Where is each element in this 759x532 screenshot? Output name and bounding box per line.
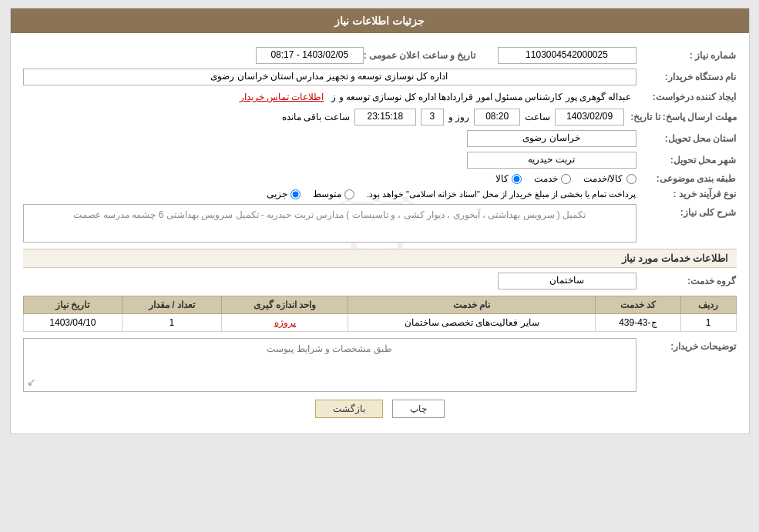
creator-value: عبداله گوهری پور کارشناس مسئول امور قرار… <box>23 90 636 104</box>
process-note: پرداخت تمام یا بخشی از مبلغ خریدار از مح… <box>367 189 636 199</box>
radio-kala-khadamat[interactable]: کالا/خدمت <box>583 173 636 184</box>
response-deadline-label: مهلت ارسال پاسخ: تا تاریخ: <box>624 112 736 122</box>
group-value: ساختمان <box>498 273 636 289</box>
group-label: گروه خدمت: <box>636 276 737 286</box>
col-code: کد خدمت <box>595 296 680 314</box>
back-button[interactable]: بازگشت <box>315 400 383 418</box>
need-number-label: شماره نیاز : <box>636 50 737 61</box>
response-date: 1403/02/09 <box>555 109 624 125</box>
radio-khadamat[interactable]: خدمت <box>534 173 571 184</box>
services-table: ردیف کد خدمت نام خدمت واحد اندازه گیری ت… <box>23 296 737 332</box>
radio-khadamat-input[interactable] <box>561 174 571 184</box>
buyer-desc-value: طبق مشخصات و شرایط پیوست <box>267 343 391 354</box>
remaining-time: 23:15:18 <box>354 109 416 125</box>
process-label: نوع فرآیند خرید : <box>636 189 737 199</box>
city-value: تربت حیدریه <box>467 152 636 169</box>
creator-text: عبداله گوهری پور کارشناس مسئول امور قرار… <box>331 92 631 102</box>
announce-date-label: تاریخ و ساعت اعلان عمومی : <box>364 50 482 61</box>
creator-link[interactable]: اطلاعات تماس خریدار <box>240 92 324 102</box>
kala-label: کالا <box>495 173 509 184</box>
province-value: خراسان رضوی <box>467 130 636 147</box>
page-title: جزئیات اطلاعات نیاز <box>334 15 425 27</box>
description-label: شرح کلی نیاز: <box>636 204 737 218</box>
category-label: طبقه بندی موضوعی: <box>636 173 737 184</box>
response-days: 3 <box>421 109 444 125</box>
khadamat-label: خدمت <box>534 173 558 184</box>
col-unit: واحد اندازه گیری <box>221 296 348 314</box>
need-number-value: 1103004542000025 <box>498 47 636 64</box>
buyer-desc-box: طبق مشخصات و شرایط پیوست <box>23 338 636 392</box>
cell-quantity: 1 <box>123 314 222 332</box>
services-table-container: ردیف کد خدمت نام خدمت واحد اندازه گیری ت… <box>23 296 737 332</box>
button-row: چاپ بازگشت <box>23 400 737 418</box>
buyer-desc-label: توضیحات خریدار: <box>636 338 737 352</box>
table-row: 1 ج-43-439 سایر فعالیت‌های تخصصی ساختمان… <box>23 314 736 332</box>
radio-motavasset[interactable]: متوسط <box>313 189 354 199</box>
description-value: تکمیل ( سرویس بهداشتی ، آبخوری ، دیوار ک… <box>23 204 636 243</box>
cell-row: 1 <box>680 314 736 332</box>
radio-kala-input[interactable] <box>512 174 522 184</box>
cell-unit: پروژه <box>221 314 348 332</box>
page-header: جزئیات اطلاعات نیاز <box>11 8 749 33</box>
radio-motavasset-input[interactable] <box>344 189 354 199</box>
col-date: تاریخ نیاز <box>23 296 123 314</box>
kala-khadamat-label: کالا/خدمت <box>583 173 623 184</box>
cell-name: سایر فعالیت‌های تخصصی ساختمان <box>348 314 596 332</box>
cell-code: ج-43-439 <box>595 314 680 332</box>
radio-jozii[interactable]: جزیی <box>267 189 301 199</box>
response-time: 08:20 <box>474 109 520 125</box>
radio-kala-khadamat-input[interactable] <box>626 174 636 184</box>
col-quantity: تعداد / مقدار <box>123 296 222 314</box>
remaining-label: ساعت باقی مانده <box>282 112 350 122</box>
motavasset-label: متوسط <box>313 189 341 199</box>
print-button[interactable]: چاپ <box>392 400 445 418</box>
jozii-label: جزیی <box>267 189 287 199</box>
buyer-org-value: اداره کل نوسازی توسعه و تجهیز مدارس استا… <box>23 69 636 85</box>
announce-date-value: 1403/02/05 - 08:17 <box>256 47 364 64</box>
radio-jozii-input[interactable] <box>291 189 301 199</box>
radio-kala[interactable]: کالا <box>495 173 522 184</box>
cell-date: 1403/04/10 <box>23 314 123 332</box>
days-label: روز و <box>448 112 469 122</box>
services-section-header: اطلاعات خدمات مورد نیاز <box>23 249 737 268</box>
time-label: ساعت <box>525 112 550 122</box>
province-label: استان محل تحویل: <box>636 133 737 144</box>
buyer-org-label: نام دستگاه خریدار: <box>636 72 737 82</box>
category-radio-group: کالا/خدمت خدمت کالا <box>23 173 636 184</box>
col-row: ردیف <box>680 296 736 314</box>
creator-label: ایجاد کننده درخواست: <box>636 92 737 102</box>
col-name: نام خدمت <box>348 296 596 314</box>
process-radio-group: پرداخت تمام یا بخشی از مبلغ خریدار از مح… <box>23 189 636 199</box>
city-label: شهر محل تحویل: <box>636 155 737 166</box>
